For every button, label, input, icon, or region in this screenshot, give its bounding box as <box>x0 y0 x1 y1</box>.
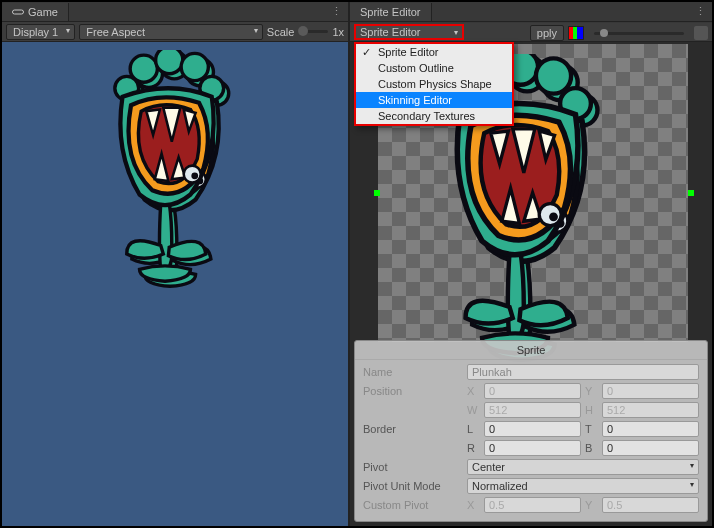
gamepad-icon <box>12 7 24 17</box>
custom-pivot-y-field[interactable]: 0.5 <box>602 497 699 513</box>
border-l-field[interactable]: 0 <box>484 421 581 437</box>
mode-dropdown-label: Sprite Editor <box>360 26 421 38</box>
menu-item-custom-physics-shape[interactable]: Custom Physics Shape <box>356 76 512 92</box>
scale-value: 1x <box>332 26 344 38</box>
pivot-mode-label: Pivot Unit Mode <box>363 480 463 492</box>
menu-item-custom-outline[interactable]: Custom Outline <box>356 60 512 76</box>
border-r-field[interactable]: 0 <box>484 440 581 456</box>
game-tab-bar: Game ⋮ <box>2 2 348 22</box>
tab-sprite-editor-label: Sprite Editor <box>360 6 421 18</box>
game-view <box>2 42 348 526</box>
menu-item-sprite-editor[interactable]: Sprite Editor <box>356 44 512 60</box>
pos-h-field[interactable]: 512 <box>602 402 699 418</box>
menu-item-secondary-textures[interactable]: Secondary Textures <box>356 108 512 124</box>
custom-pivot-label: Custom Pivot <box>363 499 463 511</box>
aspect-dropdown[interactable]: Free Aspect <box>79 24 263 40</box>
border-b-field[interactable]: 0 <box>602 440 699 456</box>
inspector-title: Sprite <box>355 341 707 360</box>
pivot-mode-dropdown[interactable]: Normalized <box>467 478 699 494</box>
rgb-button[interactable] <box>568 26 584 40</box>
grid-icon[interactable] <box>694 26 708 40</box>
pos-y-field[interactable]: 0 <box>602 383 699 399</box>
apply-button[interactable]: pply <box>530 25 564 41</box>
scale-slider[interactable] <box>298 30 328 33</box>
pivot-label: Pivot <box>363 461 463 473</box>
sprite-editor-tab-bar: Sprite Editor ⋮ <box>350 2 712 22</box>
pos-w-field[interactable]: 512 <box>484 402 581 418</box>
pivot-dropdown[interactable]: Center <box>467 459 699 475</box>
custom-pivot-x-field[interactable]: 0.5 <box>484 497 581 513</box>
tab-game[interactable]: Game <box>2 3 69 21</box>
pos-x-field[interactable]: 0 <box>484 383 581 399</box>
alpha-slider[interactable] <box>594 32 684 35</box>
menu-item-skinning-editor[interactable]: Skinning Editor <box>356 92 512 108</box>
sprite-inspector: Sprite Name Plunkah Position X0 Y0 <box>354 340 708 522</box>
border-t-field[interactable]: 0 <box>602 421 699 437</box>
game-panel: Game ⋮ Display 1 Free Aspect Scale 1x <box>2 2 350 526</box>
display-dropdown[interactable]: Display 1 <box>6 24 75 40</box>
name-field[interactable]: Plunkah <box>467 364 699 380</box>
game-sprite <box>80 50 250 288</box>
border-label: Border <box>363 423 463 435</box>
game-toolbar: Display 1 Free Aspect Scale 1x <box>2 22 348 42</box>
sprite-editor-panel: Sprite Editor ⋮ pply Sprite Editor Sprit… <box>350 2 712 526</box>
svg-rect-0 <box>13 10 24 14</box>
position-label: Position <box>363 385 463 397</box>
game-kebab-icon[interactable]: ⋮ <box>325 5 348 18</box>
handle-right[interactable] <box>688 190 694 196</box>
tab-sprite-editor[interactable]: Sprite Editor <box>350 3 432 21</box>
mode-dropdown-button[interactable]: Sprite Editor <box>354 24 464 40</box>
mode-dropdown-menu: Sprite Editor Custom Outline Custom Phys… <box>354 42 514 126</box>
sprite-editor-kebab-icon[interactable]: ⋮ <box>689 5 712 18</box>
handle-left[interactable] <box>374 190 380 196</box>
name-label: Name <box>363 366 463 378</box>
scale-label: Scale <box>267 26 295 38</box>
tab-game-label: Game <box>28 6 58 18</box>
